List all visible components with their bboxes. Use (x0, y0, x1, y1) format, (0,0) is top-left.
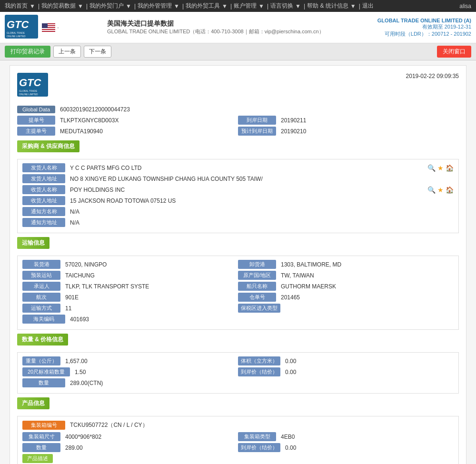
nav-manage[interactable]: 我的外管管理 (138, 2, 172, 10)
home-icon-shipper[interactable]: 🏠 (446, 164, 454, 172)
vessel-value: GUTHORM MAERSK (279, 282, 338, 291)
next-button-top[interactable]: 下一条 (84, 46, 111, 58)
nav-help[interactable]: 帮助 & 统计信息 (307, 2, 348, 10)
shipper-addr-value: NO 8 XINGYE RD LUKANG TOWNSHIP CHANG HUA… (68, 175, 454, 183)
arrival-date-label: 到岸日期 (238, 116, 276, 125)
master-bill-left: 主提单号 MEDUTA190940 (17, 127, 238, 136)
search-icon-consignee[interactable]: 🔍 (427, 186, 436, 194)
transport-mode-row: 运输方式 11 保税区进入类型 (22, 304, 454, 313)
container-no-right: 仓单号 201465 (238, 293, 454, 302)
arrival-price-value: 0.00 (283, 368, 298, 376)
container-size-value: 4000*906*802 (63, 433, 103, 441)
estimated-date-right: 预计到岸日期 20190210 (238, 127, 459, 136)
consignee-icons: 🔍 ★ 🏠 (427, 186, 454, 194)
pre-loading-label: 预装运站 (22, 271, 60, 280)
container-type-label: 集装箱类型 (238, 432, 276, 441)
shipper-icons: 🔍 ★ 🏠 (427, 164, 454, 172)
star-icon-shipper[interactable]: ★ (437, 164, 444, 172)
svg-rect-8 (42, 30, 55, 31)
nav-account[interactable]: 账户管理 (234, 2, 257, 10)
shipper-name-label: 发货人名称 (22, 163, 65, 172)
nav-sep-sp3: | (182, 3, 184, 10)
global-data-label: Global Data (17, 106, 55, 113)
nav-sep-3: ▼ (174, 3, 179, 10)
shipper-section: 采购商 & 供应商信息 发货人名称 Y C C PARTS MFG CO LTD… (17, 140, 459, 233)
product-price-value: 0.00 (283, 444, 298, 452)
arrival-price-label: 到岸价（结价） (238, 367, 280, 376)
print-button-top[interactable]: 打印贸易记录 (5, 46, 50, 58)
unloading-port-right: 卸货港 1303, BALTIMORE, MD (238, 260, 454, 269)
shipper-name-value: Y C C PARTS MFG CO LTD (68, 164, 424, 172)
quantity-section: 数量 & 价格信息 重量（公斤） 1,657.00 体积（立方米） 0.00 (17, 334, 459, 394)
page-header: GTC GLOBAL TRADE ONLINE LIMITED - 美国海关进口… (0, 12, 476, 43)
bill-arrival-row: 提单号 TLKPTXGNYC8D003X 到岸日期 20190211 (17, 116, 459, 125)
company-name-right: GLOBAL TRADE ONLINE LIMITED (A) (377, 18, 471, 23)
consignee-addr-label: 收货人地址 (22, 196, 65, 205)
home-icon-consignee[interactable]: 🏠 (446, 186, 454, 194)
unloading-port-value: 1303, BALTIMORE, MD (279, 260, 343, 269)
pre-loading-left: 预装运站 TAICHUNG (22, 271, 238, 280)
bill-no-left: 提单号 TLKPTXGNYC8D003X (17, 116, 238, 125)
shipper-section-header: 采购商 & 供应商信息 (17, 140, 79, 152)
main-content: GTC GLOBAL TRADE ONLINE LIMITED 2019-02-… (0, 60, 476, 464)
quantity-row: 数量 289.00(CTN) (22, 378, 454, 387)
page-sub-title: GLOBAL TRADE ONLINE LIMITED（电话：400-710-3… (107, 28, 370, 35)
svg-text:GLOBAL TRADE: GLOBAL TRADE (7, 31, 25, 34)
unloading-port-label: 卸货港 (238, 260, 276, 269)
page-main-title: 美国海关进口提单数据 (107, 20, 370, 28)
valid-to: 有效期至 2019-12-31 (377, 23, 471, 30)
nav-sep-sp0: | (38, 3, 40, 10)
nav-sep-0: ▼ (30, 3, 35, 10)
shipper-addr-label: 发货人地址 (22, 174, 65, 183)
container20-price-row: 20尺标准箱数量 1.50 到岸价（结价） 0.00 (22, 367, 454, 376)
close-button-top[interactable]: 关闭窗口 (437, 46, 471, 58)
vessel-label: 船只名称 (238, 282, 276, 291)
master-estimated-row: 主提单号 MEDUTA190940 预计到岸日期 20190210 (17, 127, 459, 136)
notify-name-label: 通知方名称 (22, 207, 65, 216)
nav-sep-5: ▼ (258, 3, 264, 10)
star-icon-consignee[interactable]: ★ (437, 186, 444, 194)
transport-mode-left: 运输方式 11 (22, 304, 238, 313)
nav-sep-7: ▼ (350, 3, 356, 10)
product-section-header: 产品信息 (17, 397, 50, 409)
nav-tools[interactable]: 我的外贸工具 (186, 2, 220, 10)
container-type-right: 集装箱类型 4EB0 (238, 432, 454, 441)
nav-portal[interactable]: 我的外贸门户 (89, 2, 124, 10)
nav-trade-data[interactable]: 我的贸易数据 (41, 2, 76, 10)
prev-button-top[interactable]: 上一条 (53, 46, 81, 58)
consignee-addr-row: 收货人地址 15 JACKSON ROAD TOTOWA 07512 US (22, 196, 454, 205)
nav-home[interactable]: 我的首页 (5, 2, 28, 10)
origin-value: TW, TAIWAN (279, 271, 316, 280)
weight-value: 1,657.00 (63, 357, 89, 365)
notify-name-value: N/A (68, 207, 454, 216)
carrier-value: TLKP, TLK TRANSPORT SYSTE (63, 282, 151, 291)
container-no-value: 201465 (279, 293, 302, 302)
transport-section: 运输信息 装货港 57020, NINGPO 卸货港 1303, BALTIMO… (17, 237, 459, 330)
product-container-no-label: 集装箱编号 (22, 421, 65, 430)
customs-no-value: 401693 (68, 315, 454, 324)
product-info-box: 集装箱编号 TCKU9507722（CN / L / CY） 集装箱尺寸 400… (17, 416, 459, 464)
transport-info-box: 装货港 57020, NINGPO 卸货港 1303, BALTIMORE, M… (17, 256, 459, 330)
bonded-label: 保税区进入类型 (238, 304, 280, 313)
nav-logout[interactable]: 退出 (362, 2, 374, 10)
estimated-date-value: 20190210 (279, 127, 308, 136)
nav-language[interactable]: 语言切换 (270, 2, 293, 10)
nav-sep-2: ▼ (126, 3, 131, 10)
arrival-date-value: 20190211 (279, 116, 308, 125)
shipper-info-box: 发货人名称 Y C C PARTS MFG CO LTD 🔍 ★ 🏠 发货人地址… (17, 159, 459, 233)
master-bill-value: MEDUTA190940 (58, 127, 105, 136)
nav-sep-sp5: | (267, 3, 268, 10)
origin-right: 原产国/地区 TW, TAIWAN (238, 271, 454, 280)
consignee-name-label: 收货人名称 (22, 185, 65, 194)
flag-area: - (42, 23, 59, 32)
nav-sep-sp2: | (134, 3, 136, 10)
product-qty-price-row: 数量 289.00 到岸价（结价） 0.00 (22, 443, 454, 452)
notify-addr-label: 通知方地址 (22, 218, 65, 227)
container-size-left: 集装箱尺寸 4000*906*802 (22, 432, 238, 441)
arrival-date-right: 到岸日期 20190211 (238, 116, 459, 125)
nav-sep-sp4: | (230, 3, 232, 10)
search-icon-shipper[interactable]: 🔍 (427, 164, 436, 172)
product-container-no-row: 集装箱编号 TCKU9507722（CN / L / CY） (22, 420, 454, 430)
doc-datetime: 2019-02-22 09:09:35 (406, 73, 459, 79)
container20-left: 20尺标准箱数量 1.50 (22, 367, 238, 376)
